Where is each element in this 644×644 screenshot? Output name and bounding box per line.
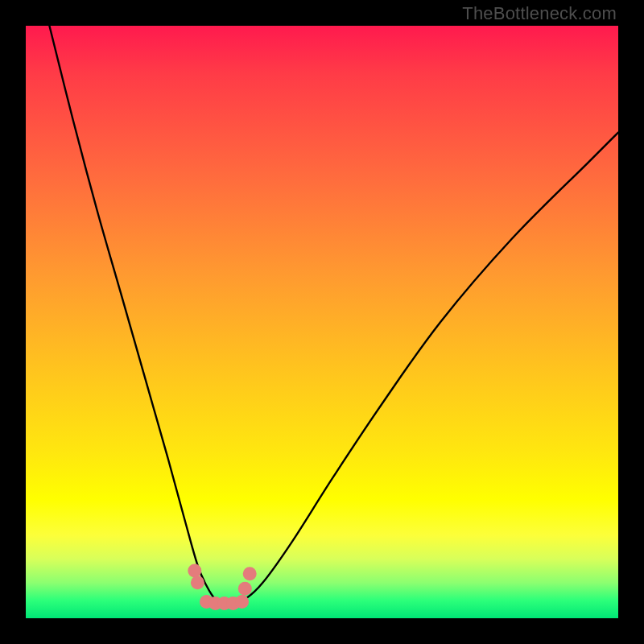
marker-dot xyxy=(235,595,249,609)
marker-dot xyxy=(188,564,201,578)
marker-dot xyxy=(191,576,204,589)
marker-dot xyxy=(238,582,252,596)
marker-dot xyxy=(243,567,257,580)
curve-layer xyxy=(26,26,618,618)
chart-frame: TheBottleneck.com xyxy=(0,0,644,644)
watermark-text: TheBottleneck.com xyxy=(462,3,617,24)
plot-area xyxy=(26,26,618,618)
bottleneck-curve xyxy=(49,26,618,604)
curve-markers xyxy=(188,564,256,611)
